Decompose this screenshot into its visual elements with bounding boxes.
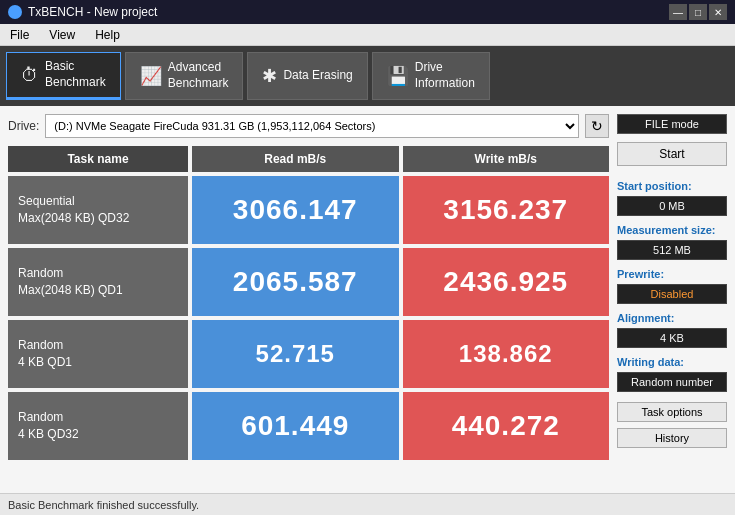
history-button[interactable]: History <box>617 428 727 448</box>
right-panel: FILE mode Start Start position: 0 MB Mea… <box>617 114 727 485</box>
refresh-icon: ↻ <box>591 118 603 134</box>
app-icon <box>8 5 22 19</box>
read-cell-0: 3066.147 <box>192 176 399 244</box>
basic-benchmark-label-line2: Benchmark <box>45 75 106 89</box>
title-bar: TxBENCH - New project — □ ✕ <box>0 0 735 24</box>
benchmark-table: Task name Read mB/s Write mB/s Sequentia… <box>8 146 609 485</box>
drive-icon: 💾 <box>387 65 409 87</box>
table-header: Task name Read mB/s Write mB/s <box>8 146 609 172</box>
window-controls: — □ ✕ <box>669 4 727 20</box>
task-cell-3: Random 4 KB QD32 <box>8 392 188 460</box>
menu-help[interactable]: Help <box>91 27 124 43</box>
eraser-icon: ✱ <box>262 65 277 87</box>
writing-data-value: Random number <box>617 372 727 392</box>
menu-file[interactable]: File <box>6 27 33 43</box>
prewrite-label: Prewrite: <box>617 268 727 280</box>
start-position-label: Start position: <box>617 180 727 192</box>
table-row: Sequential Max(2048 KB) QD32 3066.147 31… <box>8 176 609 244</box>
drive-row: Drive: (D:) NVMe Seagate FireCuda 931.31… <box>8 114 609 138</box>
read-cell-3: 601.449 <box>192 392 399 460</box>
basic-benchmark-label-line1: Basic <box>45 59 74 73</box>
drive-label: Drive: <box>8 119 39 133</box>
status-text: Basic Benchmark finished successfully. <box>8 499 199 511</box>
toolbar: ⏱ Basic Benchmark 📈 Advanced Benchmark ✱… <box>0 46 735 106</box>
close-button[interactable]: ✕ <box>709 4 727 20</box>
advanced-benchmark-label-line2: Benchmark <box>168 76 229 90</box>
write-cell-1: 2436.925 <box>403 248 610 316</box>
write-cell-2: 138.862 <box>403 320 610 388</box>
alignment-label: Alignment: <box>617 312 727 324</box>
write-cell-0: 3156.237 <box>403 176 610 244</box>
prewrite-value: Disabled <box>617 284 727 304</box>
bar-chart-icon: 📈 <box>140 65 162 87</box>
tab-data-erasing[interactable]: ✱ Data Erasing <box>247 52 367 100</box>
task-options-button[interactable]: Task options <box>617 402 727 422</box>
drive-refresh-button[interactable]: ↻ <box>585 114 609 138</box>
title-text: TxBENCH - New project <box>28 5 157 19</box>
alignment-value: 4 KB <box>617 328 727 348</box>
header-write: Write mB/s <box>403 146 610 172</box>
start-button[interactable]: Start <box>617 142 727 166</box>
menu-bar: File View Help <box>0 24 735 46</box>
task-cell-0: Sequential Max(2048 KB) QD32 <box>8 176 188 244</box>
tab-advanced-benchmark[interactable]: 📈 Advanced Benchmark <box>125 52 244 100</box>
maximize-button[interactable]: □ <box>689 4 707 20</box>
data-erasing-label: Data Erasing <box>283 68 352 82</box>
header-read: Read mB/s <box>192 146 399 172</box>
drive-selector[interactable]: (D:) NVMe Seagate FireCuda 931.31 GB (1,… <box>45 114 579 138</box>
task-cell-2: Random 4 KB QD1 <box>8 320 188 388</box>
left-panel: Drive: (D:) NVMe Seagate FireCuda 931.31… <box>8 114 609 485</box>
task-cell-1: Random Max(2048 KB) QD1 <box>8 248 188 316</box>
read-cell-2: 52.715 <box>192 320 399 388</box>
measurement-size-label: Measurement size: <box>617 224 727 236</box>
table-row: Random 4 KB QD1 52.715 138.862 <box>8 320 609 388</box>
minimize-button[interactable]: — <box>669 4 687 20</box>
table-row: Random 4 KB QD32 601.449 440.272 <box>8 392 609 460</box>
menu-view[interactable]: View <box>45 27 79 43</box>
measurement-size-value: 512 MB <box>617 240 727 260</box>
header-task: Task name <box>8 146 188 172</box>
advanced-benchmark-label-line1: Advanced <box>168 60 221 74</box>
status-bar: Basic Benchmark finished successfully. <box>0 493 735 515</box>
tab-drive-information[interactable]: 💾 Drive Information <box>372 52 490 100</box>
clock-icon: ⏱ <box>21 65 39 86</box>
write-cell-3: 440.272 <box>403 392 610 460</box>
start-position-value: 0 MB <box>617 196 727 216</box>
writing-data-label: Writing data: <box>617 356 727 368</box>
read-cell-1: 2065.587 <box>192 248 399 316</box>
drive-info-label-line1: Drive <box>415 60 443 74</box>
tab-basic-benchmark[interactable]: ⏱ Basic Benchmark <box>6 52 121 100</box>
file-mode-button[interactable]: FILE mode <box>617 114 727 134</box>
drive-info-label-line2: Information <box>415 76 475 90</box>
table-row: Random Max(2048 KB) QD1 2065.587 2436.92… <box>8 248 609 316</box>
main-content: Drive: (D:) NVMe Seagate FireCuda 931.31… <box>0 106 735 493</box>
